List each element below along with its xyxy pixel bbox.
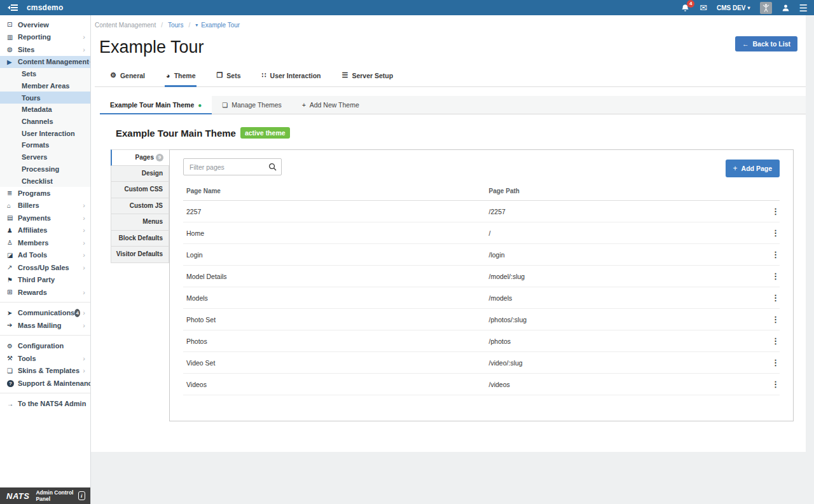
row-menu-button[interactable]: ⋮ <box>771 358 780 367</box>
sidebar-item-mass-mailing[interactable]: ➔ Mass Mailing › <box>0 319 90 332</box>
footer-label: Admin Control Panel <box>36 489 78 502</box>
sidebar-item-sets[interactable]: Sets <box>0 68 90 80</box>
theme-tab-main-theme[interactable]: Example Tour Main Theme ● <box>100 96 212 114</box>
pages-table: Page Name Page Path 2257 /2257 ⋮ <box>183 185 780 395</box>
sidebar-item-third-party[interactable]: ⚑ Third Party <box>0 273 90 286</box>
row-menu-button[interactable]: ⋮ <box>771 250 780 259</box>
trend-icon: ↗ <box>7 264 18 271</box>
user-menu-button[interactable] <box>782 4 790 12</box>
sidebar-item-reporting[interactable]: ▥ Reporting › <box>0 31 90 44</box>
theme-tab-label: Add New Theme <box>310 101 359 109</box>
theme-tab-manage-themes[interactable]: ❏ Manage Themes <box>212 96 292 114</box>
table-row[interactable]: Videos /videos ⋮ <box>183 374 780 395</box>
sidebar-item-label: Metadata <box>22 106 52 113</box>
page-name: 2257 <box>183 208 489 215</box>
table-row[interactable]: 2257 /2257 ⋮ <box>183 201 780 222</box>
sidebar-item-processing[interactable]: Processing <box>0 163 90 175</box>
table-row[interactable]: Login /login ⋮ <box>183 244 780 266</box>
side-tab-custom-js[interactable]: Custom JS <box>111 198 169 215</box>
breadcrumb: Content Management / Tours / ▾ Example T… <box>95 20 806 29</box>
breadcrumb-tours[interactable]: Tours <box>168 22 183 29</box>
sidebar-item-formats[interactable]: Formats <box>0 139 90 151</box>
table-row[interactable]: Models /models ⋮ <box>183 287 780 309</box>
sidebar-item-configuration[interactable]: ⚙ Configuration <box>0 339 90 352</box>
notifications-button[interactable]: 4 <box>680 3 690 13</box>
messages-button[interactable]: ✉ <box>700 3 707 12</box>
table-row[interactable]: Home / ⋮ <box>183 222 780 244</box>
sidebar-item-nats4-admin[interactable]: → To the NATS4 Admin <box>0 397 90 410</box>
sidebar-item-payments[interactable]: ▤ Payments › <box>0 212 90 224</box>
sidebar-item-user-interaction[interactable]: User Interaction <box>0 127 90 139</box>
sidebar-item-tools[interactable]: ⚒ Tools › <box>0 352 90 365</box>
sidebar-item-label: Members <box>18 239 48 247</box>
tab-sets[interactable]: ❐ Sets <box>215 69 242 87</box>
side-tab-custom-css[interactable]: Custom CSS <box>111 182 169 198</box>
table-row[interactable]: Model Details /model/:slug ⋮ <box>183 266 780 287</box>
sidebar-item-metadata[interactable]: Metadata <box>0 104 90 116</box>
sidebar-item-communications[interactable]: ➤ Communications 4 › <box>0 306 90 319</box>
side-tab-block-defaults[interactable]: Block Defaults <box>111 231 169 247</box>
tab-user-interaction[interactable]: ∷ User Interaction <box>261 69 322 87</box>
sidebar-item-members[interactable]: ♙ Members › <box>0 236 90 249</box>
status-dot-green: ● <box>198 102 202 109</box>
add-page-button[interactable]: + Add Page <box>726 160 780 177</box>
side-tab-design[interactable]: Design <box>111 166 169 182</box>
row-menu-button[interactable]: ⋮ <box>771 336 780 346</box>
chevron-down-icon[interactable]: ▾ <box>195 22 198 28</box>
row-menu-button[interactable]: ⋮ <box>771 379 780 389</box>
sidebar-item-overview[interactable]: ⊡ Overview <box>0 18 90 31</box>
tab-general[interactable]: ⚙ General <box>109 69 146 87</box>
sidebar-item-affiliates[interactable]: ♟ Affiliates › <box>0 224 90 236</box>
sidebar-item-label: Sets <box>22 70 36 78</box>
side-tab-menus[interactable]: Menus <box>111 214 169 231</box>
row-menu-button[interactable]: ⋮ <box>771 293 780 303</box>
info-icon[interactable]: i <box>78 491 85 500</box>
avatar[interactable] <box>760 2 772 14</box>
tab-server-setup[interactable]: ☰ Server Setup <box>341 69 395 87</box>
search-icon[interactable] <box>268 163 277 171</box>
palette-icon: ◕ <box>166 72 170 79</box>
sidebar-item-billers[interactable]: ⌂ Billers › <box>0 199 90 212</box>
side-tab-visitor-defaults[interactable]: Visitor Defaults <box>111 247 169 263</box>
table-row[interactable]: Photos /photos ⋮ <box>183 330 780 352</box>
filter-pages-input[interactable] <box>183 158 282 175</box>
gift-icon: ⊞ <box>7 289 18 296</box>
chevron-right-icon: › <box>83 251 85 259</box>
sidebar-item-skins-templates[interactable]: ❏ Skins & Templates › <box>0 364 90 377</box>
side-tab-pages[interactable]: Pages9 <box>111 149 169 166</box>
main-tabs: ⚙ General ◕ Theme ❐ Sets ∷ User Interact… <box>95 69 806 87</box>
menu-toggle-button[interactable]: ☰ <box>799 3 808 13</box>
sidebar-item-channels[interactable]: Channels <box>0 116 90 128</box>
breadcrumb-example-tour[interactable]: Example Tour <box>201 22 240 29</box>
sidebar-item-member-areas[interactable]: Member Areas <box>0 80 90 92</box>
breadcrumb-separator: / <box>188 22 190 29</box>
page-title: Example Tour <box>99 37 806 57</box>
sidebar-item-content-management[interactable]: ▶ Content Management › <box>0 56 90 69</box>
communications-count-badge: 4 <box>74 309 80 317</box>
row-menu-button[interactable]: ⋮ <box>771 315 780 324</box>
sidebar-item-support-maintenance[interactable]: ? Support & Maintenance › <box>0 377 90 390</box>
sidebar-item-sites[interactable]: ◍ Sites › <box>0 43 90 56</box>
sidebar-item-programs[interactable]: ≣ Programs <box>0 187 90 200</box>
sidebar-item-rewards[interactable]: ⊞ Rewards › <box>0 286 90 299</box>
tab-theme[interactable]: ◕ Theme <box>165 69 197 87</box>
environment-dropdown[interactable]: CMS DEV ▾ <box>717 4 750 11</box>
sidebar-item-cross-up-sales[interactable]: ↗ Cross/Up Sales › <box>0 261 90 274</box>
sidebar-item-ad-tools[interactable]: ◪ Ad Tools › <box>0 249 90 261</box>
arrow-left-icon: ← <box>742 40 749 48</box>
row-menu-button[interactable]: ⋮ <box>771 207 780 216</box>
sidebar-item-tours[interactable]: Tours <box>0 92 90 104</box>
theme-tab-add-new-theme[interactable]: + Add New Theme <box>292 96 369 114</box>
row-menu-button[interactable]: ⋮ <box>771 228 780 238</box>
page-path: /videos <box>489 381 763 388</box>
table-row[interactable]: Photo Set /photos/:slug ⋮ <box>183 309 780 330</box>
sidebar-item-servers[interactable]: Servers <box>0 151 90 163</box>
sidebar-item-checklist[interactable]: Checklist <box>0 175 90 187</box>
table-row[interactable]: Video Set /video/:slug ⋮ <box>183 352 780 374</box>
gears-icon: ⚙ <box>7 343 18 350</box>
sidebar-collapse-icon[interactable] <box>8 3 18 12</box>
back-to-list-button[interactable]: ← Back to List <box>735 36 797 51</box>
row-menu-button[interactable]: ⋮ <box>771 271 780 281</box>
sidebar-item-label: Reporting <box>18 33 51 41</box>
tab-label: General <box>120 72 145 79</box>
